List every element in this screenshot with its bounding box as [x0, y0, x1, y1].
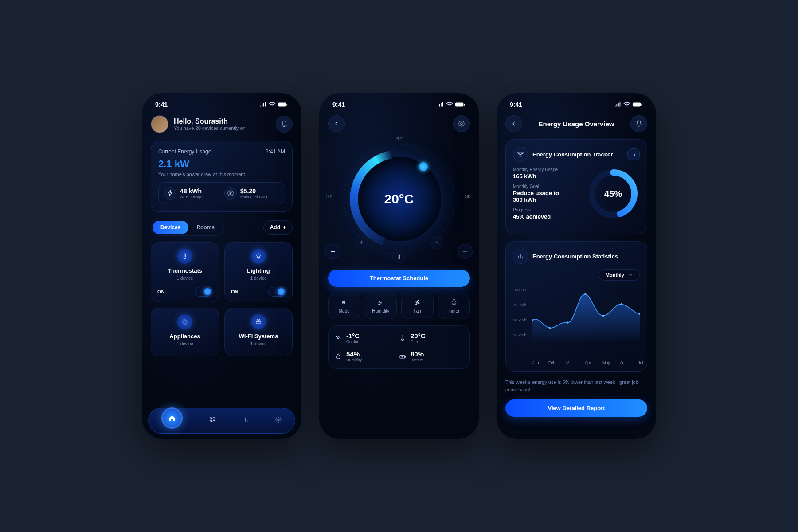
- device-thermostats[interactable]: Thermostats 1 device ON: [151, 242, 219, 302]
- drop-icon: [335, 353, 342, 360]
- svg-rect-25: [641, 104, 642, 106]
- bolt-icon: [164, 187, 176, 200]
- notifications-button[interactable]: [630, 115, 647, 132]
- mode-heat-shortcut[interactable]: ♨: [430, 236, 443, 249]
- dial-temperature: 20°C: [384, 192, 414, 207]
- header: Hello, Sourasith You have 20 devices cur…: [151, 115, 293, 133]
- tracker-open-button[interactable]: →: [627, 148, 640, 160]
- kw-description: Your home's power draw at this moment.: [158, 172, 285, 177]
- device-toggle[interactable]: [195, 287, 212, 297]
- view-report-button[interactable]: View Detailed Report: [505, 399, 647, 417]
- bars-icon: [242, 416, 249, 423]
- svg-point-32: [602, 315, 604, 317]
- home-icon: [168, 415, 176, 422]
- grid-icon: [209, 416, 216, 423]
- thermometer-icon: [177, 249, 192, 264]
- router-icon: [251, 314, 266, 329]
- battery-icon: [455, 101, 466, 108]
- stats-title: Energy Consumption Statistics: [532, 253, 640, 260]
- tab-devices[interactable]: Devices: [153, 221, 188, 234]
- device-name: Lighting: [247, 267, 270, 274]
- control-label: Humidity: [372, 309, 389, 313]
- device-lighting[interactable]: Lighting 1 device ON: [224, 242, 293, 302]
- thermostat-dial-area: 20° 10° 30° 20°C − + ❄ ♨: [319, 135, 479, 263]
- signal-icon: [614, 101, 622, 108]
- add-button[interactable]: Add +: [263, 220, 293, 235]
- wifi-icon: [623, 101, 630, 108]
- device-wifi[interactable]: Wi-Fi Systems 1 device: [224, 308, 293, 356]
- stat-label: Battery: [411, 358, 424, 362]
- trophy-icon: [513, 147, 528, 162]
- device-toggle[interactable]: [268, 287, 286, 297]
- control-label: Fan: [414, 309, 421, 313]
- control-humidity[interactable]: Humidity: [365, 293, 397, 319]
- y-tick: 75 kWh: [513, 303, 527, 307]
- tab-rooms[interactable]: Rooms: [188, 221, 223, 234]
- plus-icon: +: [283, 224, 286, 231]
- dial-knob[interactable]: [419, 162, 428, 171]
- tab-bar: [148, 408, 295, 434]
- device-appliances[interactable]: Appliances 1 device: [151, 308, 219, 356]
- thermometer-icon: [396, 254, 402, 260]
- battery-icon: [632, 101, 643, 108]
- svg-point-29: [549, 327, 551, 329]
- svg-rect-12: [464, 104, 465, 106]
- stat-label: Current: [411, 340, 426, 344]
- nav-home[interactable]: [161, 407, 183, 429]
- svg-rect-5: [256, 321, 261, 324]
- nav-settings[interactable]: [275, 416, 282, 425]
- control-mode[interactable]: Mode: [328, 293, 360, 319]
- stat-24hr-label: 24-Hr Usage: [180, 195, 203, 199]
- arrow-right-icon: →: [631, 151, 637, 158]
- svg-point-14: [459, 121, 464, 126]
- tracker-card: Energy Consumption Tracker → Monthly Ene…: [505, 139, 647, 234]
- copy-icon: [177, 314, 192, 329]
- thermostat-schedule-button[interactable]: Thermostat Schedule: [328, 270, 470, 287]
- svg-point-19: [344, 301, 344, 302]
- control-timer[interactable]: Timer: [438, 293, 470, 319]
- status-indicators: [437, 101, 466, 108]
- mode-cool-shortcut[interactable]: ❄: [355, 236, 368, 249]
- thermostat-dial[interactable]: 20°C: [357, 157, 441, 241]
- svg-rect-9: [213, 420, 215, 422]
- avatar[interactable]: [151, 115, 168, 133]
- x-tick: Jul: [638, 360, 643, 365]
- svg-rect-7: [213, 418, 215, 419]
- battery-icon: [278, 101, 288, 108]
- arc-label-top: 20°: [395, 136, 403, 141]
- svg-point-33: [620, 303, 622, 305]
- device-state: ON: [231, 289, 239, 294]
- bulb-icon: [251, 249, 266, 264]
- svg-rect-3: [184, 321, 187, 324]
- metric-value: Reduce usage to 300 kWh: [513, 190, 566, 203]
- device-count: 1 device: [250, 276, 266, 281]
- range-label: Monthly: [606, 272, 624, 278]
- battery-charge-icon: [399, 353, 406, 360]
- stat-cost: $5.20Estimated Cost: [224, 187, 279, 200]
- settings-button[interactable]: [453, 115, 470, 132]
- stat-24hr: 48 kWh24-Hr Usage: [164, 187, 219, 200]
- status-bar: 9:41: [497, 101, 656, 113]
- arc-label-right: 30°: [465, 194, 473, 199]
- notifications-button[interactable]: [276, 116, 293, 133]
- mode-thermo-shortcut[interactable]: [392, 250, 406, 263]
- nav-stats[interactable]: [242, 416, 249, 425]
- stat-cost-value: $5.20: [240, 188, 267, 195]
- gear-icon: [458, 120, 465, 127]
- back-button[interactable]: [328, 115, 345, 132]
- back-button[interactable]: [505, 115, 522, 132]
- status-bar: 9:41: [142, 101, 301, 113]
- x-tick: Jun: [620, 360, 627, 365]
- range-dropdown[interactable]: Monthly: [599, 269, 640, 281]
- bell-icon: [635, 120, 642, 127]
- usage-title: Current Energy Usage: [158, 149, 211, 155]
- increase-temp-button[interactable]: +: [458, 244, 473, 259]
- stats-card: Energy Consumption Statistics Monthly 10…: [505, 241, 647, 372]
- usage-stats-row: 48 kWh24-Hr Usage $5.20Estimated Cost: [158, 182, 285, 204]
- insight-note: This week's energy use is 5% lower than …: [505, 379, 647, 393]
- control-fan[interactable]: Fan: [401, 293, 434, 319]
- nav-grid[interactable]: [209, 416, 216, 425]
- svg-point-30: [567, 321, 568, 323]
- stat-value: 54%: [346, 350, 362, 358]
- decrease-temp-button[interactable]: −: [325, 244, 340, 259]
